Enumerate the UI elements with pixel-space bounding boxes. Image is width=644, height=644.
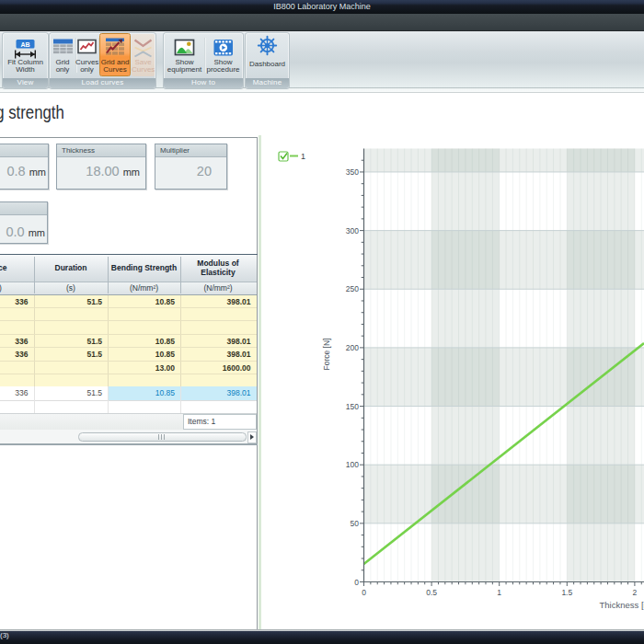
- svg-text:350: 350: [346, 167, 359, 177]
- svg-text:0.5: 0.5: [426, 588, 437, 597]
- svg-text:2: 2: [633, 588, 638, 597]
- svg-text:Force [N]: Force [N]: [322, 339, 331, 371]
- svg-text:200: 200: [346, 343, 359, 352]
- svg-text:1: 1: [497, 588, 501, 597]
- svg-text:AB: AB: [20, 41, 29, 48]
- svg-text:Thickness [mm]: Thickness [mm]: [600, 600, 644, 610]
- svg-text:50: 50: [351, 519, 360, 528]
- svg-text:100: 100: [346, 460, 359, 469]
- svg-text:0: 0: [354, 578, 359, 587]
- svg-text:250: 250: [346, 284, 359, 293]
- svg-text:300: 300: [346, 226, 359, 236]
- svg-text:1: 1: [301, 152, 305, 161]
- svg-text:150: 150: [346, 402, 359, 411]
- svg-text:0: 0: [362, 588, 366, 597]
- svg-text:1.5: 1.5: [561, 588, 572, 597]
